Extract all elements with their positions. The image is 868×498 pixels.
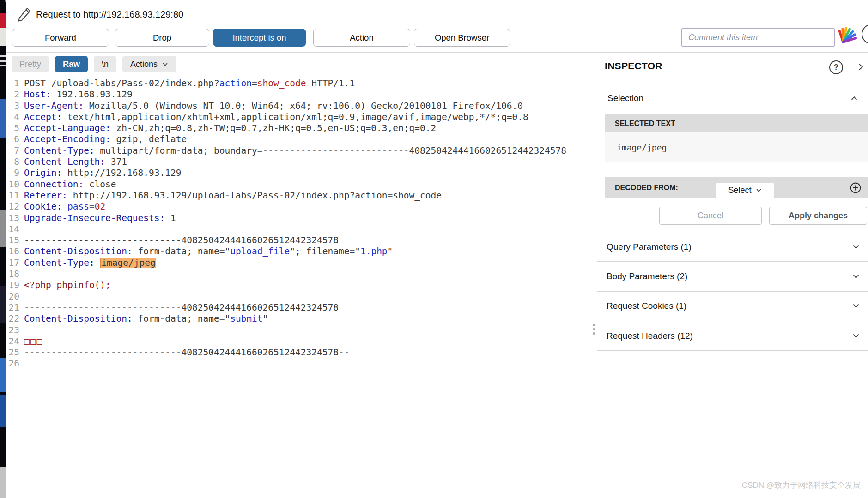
chevron-down-icon: [851, 301, 861, 311]
intercept-toggle-button[interactable]: Intercept is on: [213, 29, 306, 47]
code-lines[interactable]: 1POST /upload-labs/Pass-02/index.php?act…: [6, 78, 597, 370]
code-line[interactable]: 4Accept: text/html,application/xhtml+xml…: [6, 112, 597, 123]
tab-pretty[interactable]: Pretty: [12, 56, 49, 72]
cancel-button[interactable]: Cancel: [659, 207, 762, 225]
action-button[interactable]: Action: [313, 29, 410, 47]
desktop-fragment: [0, 286, 6, 323]
decoded-from-select[interactable]: Select: [716, 183, 774, 198]
inspector-sections: Query Parameters (1)Body Parameters (2)R…: [597, 232, 868, 351]
line-number: 24: [6, 336, 19, 347]
code-line[interactable]: 13Upgrade-Insecure-Requests: 1: [6, 213, 597, 224]
comment-input[interactable]: [681, 28, 835, 47]
drop-button[interactable]: Drop: [115, 29, 209, 47]
inspector-section-request-headers[interactable]: Request Headers (12): [597, 321, 868, 351]
code-line[interactable]: 9Origin: http://192.168.93.129: [6, 168, 597, 179]
code-line[interactable]: 22Content-Disposition: form-data; name="…: [6, 313, 597, 324]
code-line[interactable]: 11Referer: http://192.168.93.129/upload-…: [6, 190, 597, 201]
desktop-fragment: [0, 60, 6, 62]
desktop-edge-sliver: [0, 0, 6, 498]
help-icon[interactable]: ?: [862, 24, 868, 44]
code-line[interactable]: 2Host: 192.168.93.129: [6, 89, 597, 100]
code-line[interactable]: 21-----------------------------408250424…: [6, 302, 597, 313]
desktop-fragment: [0, 28, 6, 46]
desktop-fragment: [0, 55, 6, 57]
inspector-section-body-parameters[interactable]: Body Parameters (2): [597, 262, 868, 291]
chevron-down-icon: [851, 242, 861, 252]
line-number: 6: [6, 134, 19, 145]
code-line[interactable]: 3User-Agent: Mozilla/5.0 (Windows NT 10.…: [6, 101, 597, 112]
tab-newline[interactable]: \n: [94, 56, 116, 72]
inspector-section-label: Request Cookies (1): [607, 301, 686, 311]
decoded-from-select-label: Select: [728, 186, 751, 195]
code-line[interactable]: 8Content-Length: 371: [6, 156, 597, 168]
inspector-section-request-cookies[interactable]: Request Cookies (1): [597, 292, 868, 321]
selected-text-header: SELECTED TEXT: [605, 114, 868, 132]
line-number: 7: [6, 145, 19, 156]
code-line[interactable]: 7Content-Type: multipart/form-data; boun…: [6, 145, 597, 156]
selected-text-value[interactable]: image/jpeg: [605, 132, 868, 162]
line-number: 22: [6, 313, 19, 324]
tab-raw[interactable]: Raw: [55, 56, 88, 72]
highlight-color-icon[interactable]: [838, 25, 859, 45]
line-number: 2: [6, 89, 19, 100]
line-number: 4: [6, 112, 19, 123]
intercept-toolbar: Request to http://192.168.93.129:80 Forw…: [6, 0, 868, 53]
code-line[interactable]: 24□□□: [6, 336, 597, 347]
code-line[interactable]: 10Connection: close: [6, 179, 597, 190]
line-number: 26: [6, 358, 19, 369]
line-number: 17: [6, 258, 19, 269]
line-number: 23: [6, 325, 19, 336]
code-line[interactable]: 16Content-Disposition: form-data; name="…: [6, 246, 597, 257]
panel-resize-grip[interactable]: [593, 324, 595, 336]
open-browser-button[interactable]: Open Browser: [414, 29, 510, 47]
inspector-help-icon[interactable]: ?: [829, 60, 843, 74]
tab-actions-label: Actions: [130, 60, 158, 69]
tab-actions[interactable]: Actions: [122, 56, 176, 72]
code-line[interactable]: 19<?php phpinfo();: [6, 280, 597, 291]
forward-button[interactable]: Forward: [12, 29, 109, 47]
csdn-watermark: CSDN @致力于网络科技安全发展: [742, 480, 861, 491]
message-editor-tabs: Pretty Raw \n Actions: [12, 56, 176, 72]
desktop-fragment: [0, 210, 6, 247]
selected-text-label: SELECTED TEXT: [615, 120, 675, 128]
line-number: 1: [6, 78, 19, 89]
code-line[interactable]: 5Accept-Language: zh-CN,zh;q=0.8,zh-TW;q…: [6, 123, 597, 134]
decoded-from-label: DECODED FROM:: [615, 184, 678, 192]
line-number: 13: [6, 213, 19, 224]
line-number: 9: [6, 168, 19, 179]
request-editor[interactable]: Pretty Raw \n Actions 1POST /upload-labs…: [6, 53, 597, 498]
inspector-section-query-parameters[interactable]: Query Parameters (1): [597, 232, 868, 262]
inspector-title: INSPECTOR: [605, 60, 662, 72]
inspector-section-label: Body Parameters (2): [607, 271, 687, 282]
line-number: 18: [6, 269, 19, 280]
chevron-right-collapse-icon[interactable]: [856, 62, 865, 72]
desktop-fragment: [0, 65, 6, 66]
chevron-down-icon: [851, 331, 861, 341]
desktop-fragment: [0, 99, 6, 138]
chevron-down-icon: [162, 61, 169, 68]
chevron-down-icon: [851, 272, 861, 281]
inspector-section-label: Request Headers (12): [607, 331, 693, 341]
code-line[interactable]: 14: [6, 224, 597, 235]
code-line[interactable]: 23: [6, 325, 597, 336]
line-number: 12: [6, 201, 19, 212]
code-line[interactable]: 15-----------------------------408250424…: [6, 235, 597, 246]
line-number: 15: [6, 235, 19, 246]
line-number: 19: [6, 280, 19, 291]
selection-section-header[interactable]: Selection: [597, 82, 868, 114]
code-line[interactable]: 17Content-Type: image/jpeg: [6, 258, 597, 269]
code-line[interactable]: 18: [6, 269, 597, 280]
code-line[interactable]: 6Accept-Encoding: gzip, deflate: [6, 134, 597, 145]
code-line[interactable]: 26: [6, 358, 597, 369]
code-line[interactable]: 12Cookie: pass=02: [6, 201, 597, 212]
inspector-panel: INSPECTOR ? Selection SELECTED TEXT imag…: [597, 53, 868, 498]
add-decoder-icon[interactable]: [850, 182, 862, 194]
apply-changes-button[interactable]: Apply changes: [769, 207, 867, 225]
request-title: Request to http://192.168.93.129:80: [36, 9, 183, 20]
code-line[interactable]: 1POST /upload-labs/Pass-02/index.php?act…: [6, 78, 597, 89]
code-line[interactable]: 20: [6, 291, 597, 302]
code-line[interactable]: 25-----------------------------408250424…: [6, 347, 597, 358]
selection-label: Selection: [607, 93, 643, 103]
line-number: 8: [6, 156, 19, 168]
line-number: 16: [6, 246, 19, 257]
